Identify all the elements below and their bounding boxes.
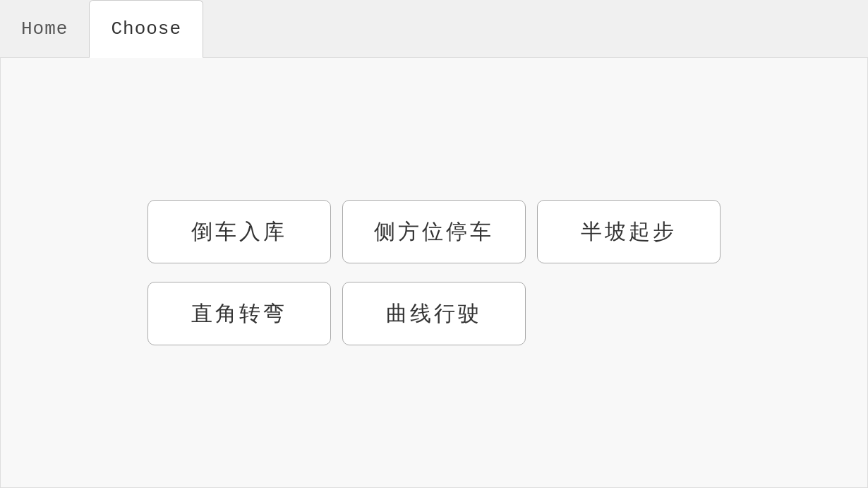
nav-bar: Home Choose bbox=[0, 0, 868, 58]
nav-home[interactable]: Home bbox=[0, 0, 89, 57]
nav-choose-label: Choose bbox=[111, 18, 181, 40]
button-quxian-xingshi[interactable]: 曲线行驶 bbox=[342, 282, 526, 345]
button-cefangwei-tingche[interactable]: 侧方位停车 bbox=[342, 200, 526, 263]
nav-home-label: Home bbox=[21, 18, 68, 40]
nav-choose[interactable]: Choose bbox=[89, 0, 203, 58]
button-zhijiao-zhuanwan[interactable]: 直角转弯 bbox=[147, 282, 331, 345]
button-grid: 倒车入库 侧方位停车 半坡起步 直角转弯 曲线行驶 bbox=[147, 196, 721, 349]
button-daoche-ruku[interactable]: 倒车入库 bbox=[147, 200, 331, 263]
button-banpo-qibu[interactable]: 半坡起步 bbox=[537, 200, 721, 263]
main-content: 倒车入库 侧方位停车 半坡起步 直角转弯 曲线行驶 bbox=[0, 58, 868, 488]
